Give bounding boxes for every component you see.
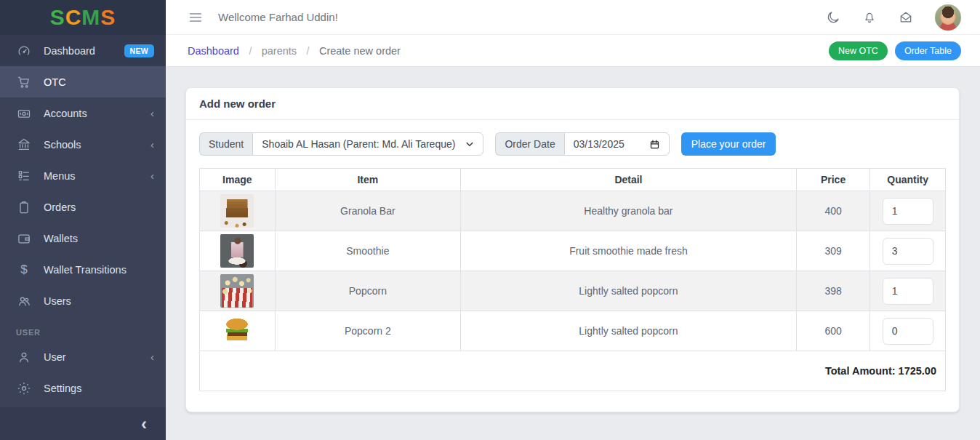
content-area: Add new order Student Shoaib AL Hasan (P… bbox=[166, 67, 980, 440]
app-root: SCMS DashboardNEWOTCAccounts‹Schools‹Men… bbox=[0, 0, 980, 440]
quantity-input[interactable] bbox=[883, 278, 933, 305]
calendar-icon[interactable] bbox=[649, 139, 660, 150]
item-name: Popcorn 2 bbox=[275, 311, 460, 351]
item-name: Popcorn bbox=[275, 271, 460, 311]
sidebar-item-wallet-transitions[interactable]: $Wallet Transitions bbox=[0, 254, 166, 285]
app-logo: SCMS bbox=[50, 5, 116, 30]
item-detail: Fruit smoothie made fresh bbox=[461, 231, 797, 271]
header-price: Price bbox=[796, 169, 870, 191]
sidebar-item-label: Menus bbox=[44, 170, 150, 182]
quantity-input[interactable] bbox=[883, 238, 933, 265]
sidebar-item-label: OTC bbox=[44, 76, 154, 88]
hamburger-menu-icon[interactable] bbox=[188, 9, 204, 25]
order-date-input-group: Order Date bbox=[495, 132, 669, 156]
messages-envelope-icon[interactable] bbox=[899, 10, 913, 25]
table-header-row: Image Item Detail Price Quantity bbox=[200, 169, 946, 191]
notifications-bell-icon[interactable] bbox=[862, 10, 877, 25]
sidebar-item-otc[interactable]: OTC bbox=[0, 66, 166, 97]
header-detail: Detail bbox=[461, 169, 797, 191]
sidebar-collapse-icon[interactable]: ‹ bbox=[141, 415, 147, 433]
order-form: Student Shoaib AL Hasan (Parent: Md. Ali… bbox=[199, 132, 946, 156]
item-detail: Lightly salted popcorn bbox=[461, 271, 797, 311]
add-order-card: Add new order Student Shoaib AL Hasan (P… bbox=[185, 87, 960, 412]
sidebar-item-menus[interactable]: Menus‹ bbox=[0, 160, 166, 191]
student-select-value: Shoaib AL Hasan (Parent: Md. Ali Tareque… bbox=[262, 138, 455, 150]
item-name: Smoothie bbox=[275, 231, 460, 271]
popcorn-image bbox=[220, 274, 254, 308]
chevron-left-icon: ‹ bbox=[150, 170, 154, 181]
granola-bar-image bbox=[220, 194, 254, 228]
sidebar-section-label: USER bbox=[0, 316, 166, 341]
header-quantity: Quantity bbox=[870, 169, 946, 191]
header-image: Image bbox=[200, 169, 276, 191]
sidebar: SCMS DashboardNEWOTCAccounts‹Schools‹Men… bbox=[0, 0, 166, 440]
sidebar-collapse-strip: ‹ bbox=[0, 407, 166, 440]
sidebar-item-user[interactable]: User‹ bbox=[0, 341, 166, 372]
breadcrumb-actions: New OTC Order Table bbox=[829, 41, 961, 60]
item-price: 398 bbox=[796, 271, 870, 311]
sidebar-item-label: Orders bbox=[44, 201, 154, 213]
student-input-group: Student Shoaib AL Hasan (Parent: Md. Ali… bbox=[199, 132, 483, 156]
order-date-label: Order Date bbox=[495, 132, 563, 156]
order-date-input[interactable] bbox=[574, 138, 638, 150]
breadcrumb-separator: / bbox=[249, 45, 252, 57]
item-name: Granola Bar bbox=[275, 191, 460, 231]
user-avatar[interactable] bbox=[935, 4, 961, 31]
sidebar-item-schools[interactable]: Schools‹ bbox=[0, 129, 166, 160]
breadcrumb-item-parents: parents bbox=[262, 45, 297, 57]
chevron-left-icon: ‹ bbox=[150, 351, 154, 362]
item-price: 309 bbox=[796, 231, 870, 271]
smoothie-image bbox=[220, 234, 254, 268]
chevron-left-icon: ‹ bbox=[150, 139, 154, 150]
new-otc-button[interactable]: New OTC bbox=[829, 41, 888, 60]
order-items-table: Image Item Detail Price Quantity Granola… bbox=[199, 168, 946, 391]
gear-icon bbox=[16, 380, 32, 396]
users-icon bbox=[16, 293, 32, 309]
card-title: Add new order bbox=[186, 88, 959, 120]
sidebar-item-users[interactable]: Users bbox=[0, 285, 166, 316]
sidebar-item-label: Wallet Transitions bbox=[44, 264, 154, 276]
chevron-down-icon bbox=[465, 140, 474, 148]
list-icon bbox=[16, 168, 32, 184]
topbar: Wellcome Farhad Uddin! bbox=[166, 0, 980, 35]
sidebar-item-label: Wallets bbox=[44, 233, 154, 244]
header-item: Item bbox=[275, 169, 460, 191]
order-item-row: Granola BarHealthy granola bar400 bbox=[200, 191, 946, 231]
item-price: 400 bbox=[796, 191, 870, 231]
student-label: Student bbox=[199, 132, 252, 156]
item-detail: Healthy granola bar bbox=[461, 191, 797, 231]
user-icon bbox=[16, 349, 32, 365]
sidebar-nav: DashboardNEWOTCAccounts‹Schools‹Menus‹Or… bbox=[0, 35, 166, 407]
main-column: Wellcome Farhad Uddin! bbox=[166, 0, 980, 440]
sidebar-item-label: Users bbox=[44, 295, 154, 307]
gauge-icon bbox=[16, 43, 32, 59]
sidebar-item-settings[interactable]: Settings bbox=[0, 372, 166, 404]
topbar-actions bbox=[826, 4, 961, 31]
quantity-input[interactable] bbox=[883, 318, 933, 345]
bank-icon bbox=[16, 137, 32, 153]
wallet-icon bbox=[16, 231, 32, 247]
sidebar-item-accounts[interactable]: Accounts‹ bbox=[0, 97, 166, 129]
logo-strip: SCMS bbox=[0, 0, 166, 35]
breadcrumb-bar: Dashboard / parents / Create new order N… bbox=[166, 35, 980, 67]
breadcrumb: Dashboard / parents / Create new order bbox=[188, 44, 401, 57]
quantity-input[interactable] bbox=[883, 198, 933, 225]
sidebar-item-label: Settings bbox=[44, 383, 154, 394]
order-table-button[interactable]: Order Table bbox=[895, 41, 961, 60]
dollar-icon: $ bbox=[16, 262, 32, 278]
chevron-left-icon: ‹ bbox=[150, 108, 154, 119]
order-item-row: SmoothieFruit smoothie made fresh309 bbox=[200, 231, 946, 271]
breadcrumb-link-dashboard[interactable]: Dashboard bbox=[188, 45, 239, 57]
sidebar-item-orders[interactable]: Orders bbox=[0, 191, 166, 223]
breadcrumb-separator: / bbox=[307, 45, 310, 57]
order-date-field[interactable] bbox=[564, 132, 670, 156]
student-select[interactable]: Shoaib AL Hasan (Parent: Md. Ali Tareque… bbox=[252, 132, 483, 156]
dark-mode-moon-icon[interactable] bbox=[826, 10, 840, 25]
clipboard-icon bbox=[16, 199, 32, 215]
sidebar-item-dashboard[interactable]: DashboardNEW bbox=[0, 35, 166, 66]
place-order-button[interactable]: Place your order bbox=[681, 132, 776, 156]
total-amount: Total Amount: 1725.00 bbox=[200, 351, 946, 391]
sidebar-item-wallets[interactable]: Wallets bbox=[0, 223, 166, 254]
greeting-text: Wellcome Farhad Uddin! bbox=[218, 11, 338, 23]
total-row: Total Amount: 1725.00 bbox=[200, 351, 946, 391]
